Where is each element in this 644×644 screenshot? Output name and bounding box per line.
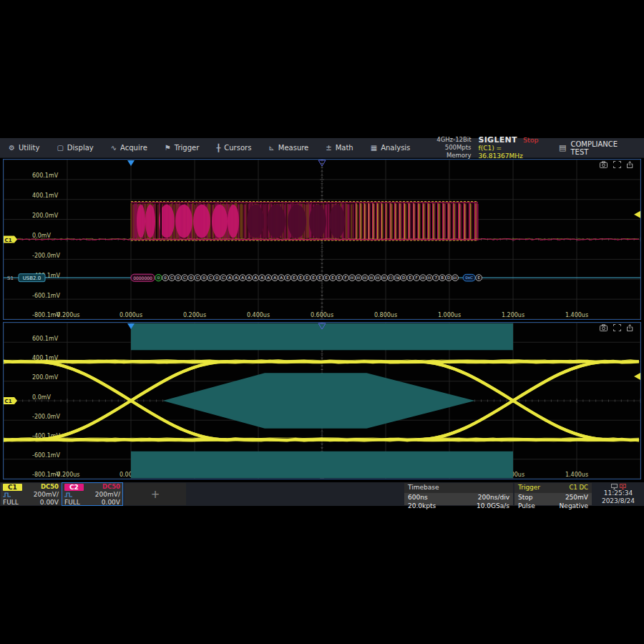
menu-utility-label: Utility	[19, 144, 39, 152]
svg-text:E: E	[325, 275, 328, 280]
channel2-scale: 200mV/	[95, 491, 120, 498]
svg-text:0: 0	[177, 275, 180, 280]
channel1-offset: 0.00V	[40, 499, 59, 506]
menu-display-label: Display	[67, 144, 94, 152]
svg-text:A: A	[241, 275, 244, 280]
svg-text:C1: C1	[5, 238, 12, 243]
svg-text:FF: FF	[376, 276, 380, 280]
svg-text:0000000: 0000000	[133, 275, 152, 280]
clock-time: 11:25:34	[604, 489, 633, 497]
decode-bus-s1[interactable]: S1USB2.0000000000C0C0C0C0CAAAAAAAAAEEEEE…	[4, 274, 640, 282]
network-icon[interactable]	[611, 484, 618, 489]
svg-text:E: E	[331, 275, 334, 280]
camera-icon[interactable]	[600, 324, 608, 331]
camera-icon[interactable]	[600, 161, 608, 168]
menu-acquire-label: Acquire	[120, 144, 147, 152]
menu-acquire[interactable]: ∿ Acquire	[102, 138, 156, 157]
app-mode-button[interactable]: ▤ COMPLIANCE TEST	[555, 140, 637, 156]
menu-trigger[interactable]: ⚑ Trigger	[156, 138, 208, 157]
svg-text:0.0mV: 0.0mV	[32, 233, 52, 239]
svg-text:-200.0mV: -200.0mV	[32, 414, 61, 420]
app-mode-label: COMPLIANCE TEST	[571, 140, 638, 156]
svg-text:0.000us: 0.000us	[119, 312, 142, 318]
trigger-level-arrow[interactable]	[634, 211, 640, 218]
svg-text:E: E	[306, 275, 308, 280]
svg-text:0: 0	[164, 275, 167, 280]
network-error-icon[interactable]	[620, 484, 626, 489]
add-channel-button[interactable]: +	[125, 483, 186, 505]
svg-text:F: F	[345, 275, 347, 280]
svg-text:-0.200us: -0.200us	[54, 472, 79, 478]
menu-math[interactable]: ± Math	[317, 138, 361, 157]
timebase-samplerate: 10.0GSa/s	[461, 502, 509, 510]
svg-text:USB2.0: USB2.0	[23, 275, 42, 281]
plus-icon: +	[151, 488, 160, 501]
scope-specs: 4GHz-12Bit 500Mpts Memory	[419, 136, 471, 160]
trigger-level: 250mV	[552, 493, 588, 502]
svg-text:A: A	[267, 275, 270, 280]
waveform-grid-1[interactable]: 600.1mV400.1mV200.0mV0.0mV-200.0mV-400.1…	[3, 159, 641, 320]
export-icon[interactable]	[627, 324, 635, 331]
svg-text:A: A	[228, 275, 231, 280]
svg-text:D: D	[402, 275, 405, 280]
svg-text:400.1mV: 400.1mV	[32, 192, 59, 199]
oscilloscope-screen: ⚙ Utility ▢ Display ∿ Acquire ⚑ Trigger …	[0, 138, 644, 506]
svg-text:A: A	[254, 275, 257, 280]
channel2-bandwidth: FULL	[64, 499, 80, 506]
trigger-box[interactable]: Trigger C1 DC Stop 250mV Pulse Negative	[514, 483, 592, 505]
svg-text:A: A	[248, 275, 250, 280]
trigger-slope: Negative	[552, 502, 588, 510]
svg-text:F7: F7	[389, 276, 393, 280]
svg-text:FF: FF	[369, 276, 374, 280]
channel1-box[interactable]: C1 DC50 200mV/ FULL 0.00V	[1, 483, 61, 505]
fullscreen-icon[interactable]	[613, 161, 621, 168]
fullscreen-icon[interactable]	[613, 324, 621, 331]
svg-text:A: A	[280, 275, 283, 280]
channel1-tag: C1	[3, 484, 22, 491]
svg-text:E: E	[293, 275, 296, 280]
svg-text:FF: FF	[427, 276, 431, 280]
channel2-tag: C2	[64, 484, 84, 491]
brand-block: SIGLENT Stop f(C1) = 36.81367MHz	[479, 135, 548, 160]
analysis-icon: ▦	[371, 145, 377, 152]
axis-labels: 600.1mV400.1mV200.0mV0.0mV-200.0mV-400.1…	[32, 172, 588, 318]
bandwidth-spec: 4GHz-12Bit	[419, 136, 471, 144]
waveform-grid-2[interactable]: 600.1mV400.1mV200.0mV0.0mV-200.0mV-400.1…	[3, 322, 641, 479]
grid2-corner-icons	[600, 324, 635, 331]
svg-text:0: 0	[203, 275, 205, 280]
svg-text:600.1mV: 600.1mV	[32, 172, 59, 179]
timebase-scale: 200ns/div	[461, 493, 509, 502]
svg-text:1.400us: 1.400us	[565, 472, 588, 478]
menu-measure[interactable]: ⊾ Measure	[260, 138, 317, 157]
trigger-position-marker[interactable]	[127, 160, 135, 166]
svg-text:7: 7	[434, 275, 437, 280]
channel-zero-tag[interactable]: C1	[4, 397, 17, 404]
acquisition-plot[interactable]: 600.1mV400.1mV200.0mV0.0mV-200.0mV-400.1…	[4, 160, 640, 319]
eye-diagram-plot[interactable]: 600.1mV400.1mV200.0mV0.0mV-200.0mV-400.1…	[4, 323, 640, 479]
trigger-level-arrow[interactable]	[634, 373, 640, 380]
menu-analysis[interactable]: ▦ Analysis	[362, 138, 419, 157]
menu-display[interactable]: ▢ Display	[48, 138, 102, 157]
acquire-icon: ∿	[111, 145, 117, 152]
crosshair-icon: ╂	[216, 145, 220, 152]
svg-text:-600.1mV: -600.1mV	[32, 452, 61, 459]
export-icon[interactable]	[627, 161, 635, 168]
svg-text:C: C	[222, 275, 225, 280]
svg-text:FF: FF	[382, 276, 386, 280]
svg-text:600.1mV: 600.1mV	[32, 336, 59, 342]
timebase-box[interactable]: Timebase 600ns 200ns/div 20.0kpts 10.0GS…	[404, 483, 513, 505]
acquisition-status[interactable]: Stop	[523, 136, 539, 144]
menu-cursors[interactable]: ╂ Cursors	[208, 138, 260, 157]
channel2-box[interactable]: C2 DC50 200mV/ FULL 0.00V	[62, 483, 122, 505]
svg-text:A: A	[273, 275, 276, 280]
svg-text:E: E	[409, 275, 411, 280]
channel-zero-tag[interactable]: C1	[4, 236, 17, 243]
menu-utility[interactable]: ⚙ Utility	[0, 138, 48, 157]
svg-text:0xC: 0xC	[465, 275, 473, 280]
channel1-coupling: DC50	[41, 484, 59, 491]
trigger-source: C1 DC	[569, 483, 588, 493]
svg-text:0: 0	[190, 275, 192, 280]
svg-text:FF: FF	[350, 276, 354, 280]
svg-text:-200.0mV: -200.0mV	[32, 253, 61, 259]
svg-text:-0.200us: -0.200us	[54, 312, 79, 318]
